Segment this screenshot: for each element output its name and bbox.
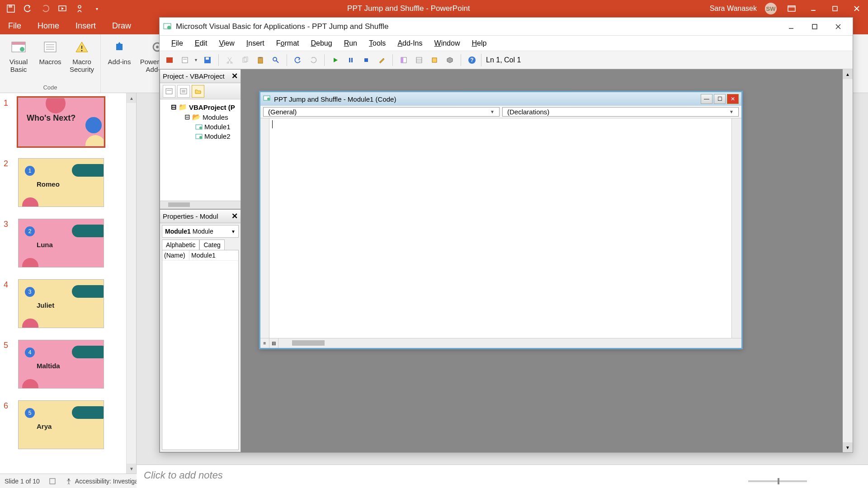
thumb-3[interactable]: 2 Luna	[18, 219, 104, 267]
copy-icon[interactable]	[239, 54, 251, 66]
menu-view[interactable]: View	[213, 38, 240, 49]
tab-home[interactable]: Home	[29, 18, 67, 34]
code-vscrollbar[interactable]	[731, 118, 741, 338]
menu-debug[interactable]: Debug	[306, 38, 338, 49]
thumb-6[interactable]: 5 Arya	[18, 400, 104, 449]
tab-alphabetic[interactable]: Alphabetic	[162, 239, 199, 250]
slide-thumbnail[interactable]: 3 2 Luna	[4, 219, 123, 267]
scroll-down-icon[interactable]: ▼	[843, 442, 853, 452]
ribbon-display-icon[interactable]	[785, 2, 798, 15]
tree-hscrollbar[interactable]	[160, 201, 241, 209]
tree-module-item[interactable]: Module1	[162, 122, 239, 131]
addins-button[interactable]: Add-ins	[105, 37, 133, 91]
maximize-icon[interactable]	[828, 2, 842, 15]
properties-object-combo[interactable]: Module1 Module ▼	[162, 225, 239, 238]
qat-dropdown-icon[interactable]: ▾	[92, 4, 101, 13]
slide-thumbnail[interactable]: 4 3 Juliet	[4, 279, 123, 328]
scroll-up-icon[interactable]: ▲	[127, 93, 137, 103]
slide-list[interactable]: 1 Who's Next? 2 1 Romeo 3	[0, 93, 126, 474]
properties-title[interactable]: Properties - Modul ✕	[160, 210, 241, 223]
properties-icon[interactable]	[413, 54, 425, 66]
mdi-vscrollbar[interactable]: ▲ ▼	[843, 69, 853, 452]
panel-close-icon[interactable]: ✕	[231, 71, 238, 81]
tree-modules-folder[interactable]: ⊟ 📂 Modules	[162, 112, 239, 122]
zoom-slider[interactable]	[748, 480, 807, 482]
save-icon[interactable]	[201, 54, 214, 66]
scroll-down-icon[interactable]: ▼	[127, 464, 137, 474]
menu-file[interactable]: File	[166, 38, 189, 49]
view-code-icon[interactable]	[163, 85, 175, 98]
code-window-titlebar[interactable]: PPT Jump and Shuffle - Module1 (Code) — …	[260, 92, 741, 106]
menu-format[interactable]: Format	[271, 38, 305, 49]
object-browser-icon[interactable]	[428, 54, 441, 66]
tab-draw[interactable]: Draw	[104, 18, 139, 34]
project-explorer-icon[interactable]	[397, 54, 410, 66]
panel-close-icon[interactable]: ✕	[231, 211, 238, 221]
menu-window[interactable]: Window	[429, 38, 466, 49]
menu-tools[interactable]: Tools	[363, 38, 391, 49]
visual-basic-button[interactable]: Visual Basic	[5, 37, 33, 83]
touch-mode-icon[interactable]	[75, 4, 84, 13]
property-row[interactable]: (Name) Module1	[162, 250, 238, 261]
view-object-icon[interactable]	[177, 85, 190, 98]
accessibility-button[interactable]: Accessibility: Investigate	[65, 478, 144, 485]
close-icon[interactable]	[850, 2, 863, 15]
slide-thumbnail[interactable]: 1 Who's Next?	[4, 98, 123, 146]
properties-grid[interactable]: (Name) Module1	[162, 250, 239, 450]
toggle-folders-icon[interactable]	[192, 85, 204, 98]
tree-module-item[interactable]: Module2	[162, 131, 239, 141]
save-icon[interactable]	[6, 4, 15, 13]
vba-maximize-icon[interactable]	[804, 19, 826, 34]
tree-project-root[interactable]: ⊟ 📁 VBAProject (P	[162, 102, 239, 112]
macro-security-button[interactable]: Macro Security	[68, 37, 96, 83]
dropdown-icon[interactable]: ▼	[194, 58, 198, 62]
object-dropdown[interactable]: (General) ▼	[263, 107, 500, 117]
undo-icon[interactable]	[24, 4, 33, 13]
vba-minimize-icon[interactable]	[780, 19, 802, 34]
full-module-view-icon[interactable]: ▤	[269, 338, 278, 348]
toolbox-icon[interactable]	[443, 54, 456, 66]
thumb-1[interactable]: Who's Next?	[18, 98, 104, 146]
code-editor[interactable]	[269, 118, 731, 338]
paste-icon[interactable]	[254, 54, 267, 66]
redo-icon[interactable]	[307, 54, 320, 66]
view-powerpoint-icon[interactable]	[163, 54, 176, 66]
code-hscrollbar[interactable]	[278, 338, 741, 348]
code-close-icon[interactable]: ✕	[727, 94, 739, 104]
thumb-4[interactable]: 3 Juliet	[18, 279, 104, 328]
menu-addins[interactable]: Add-Ins	[392, 38, 428, 49]
slideshow-icon[interactable]	[58, 4, 67, 13]
thumb-5[interactable]: 4 Maltida	[18, 340, 104, 389]
redo-icon[interactable]	[41, 4, 50, 13]
menu-insert[interactable]: Insert	[241, 38, 270, 49]
cut-icon[interactable]	[223, 54, 236, 66]
menu-help[interactable]: Help	[466, 38, 492, 49]
code-maximize-icon[interactable]: ☐	[714, 94, 726, 104]
code-minimize-icon[interactable]: —	[701, 94, 712, 104]
spellcheck-button[interactable]	[49, 478, 56, 485]
help-icon[interactable]: ?	[466, 54, 478, 66]
slide-scrollbar[interactable]: ▲ ▼	[126, 93, 136, 474]
procedure-dropdown[interactable]: (Declarations) ▼	[502, 107, 739, 117]
menu-run[interactable]: Run	[339, 38, 363, 49]
property-value[interactable]: Module1	[189, 250, 238, 260]
menu-edit[interactable]: Edit	[189, 38, 213, 49]
vba-close-icon[interactable]	[827, 19, 849, 34]
notes-pane[interactable]: Click to add notes	[137, 465, 868, 488]
reset-icon[interactable]	[360, 54, 373, 66]
slide-thumbnail[interactable]: 2 1 Romeo	[4, 158, 123, 207]
design-mode-icon[interactable]	[375, 54, 388, 66]
tab-insert[interactable]: Insert	[67, 18, 104, 34]
thumb-2[interactable]: 1 Romeo	[18, 158, 104, 207]
undo-icon[interactable]	[292, 54, 304, 66]
slide-thumbnail[interactable]: 6 5 Arya	[4, 400, 123, 449]
tab-categorized[interactable]: Categ	[199, 239, 224, 250]
run-icon[interactable]	[329, 54, 342, 66]
minimize-icon[interactable]	[807, 2, 820, 15]
break-icon[interactable]	[344, 54, 357, 66]
scroll-up-icon[interactable]: ▲	[843, 69, 853, 79]
slide-thumbnail[interactable]: 5 4 Maltida	[4, 340, 123, 389]
macros-button[interactable]: Macros	[36, 37, 64, 83]
project-explorer-title[interactable]: Project - VBAProject ✕	[160, 70, 241, 83]
tab-file[interactable]: File	[0, 18, 29, 34]
